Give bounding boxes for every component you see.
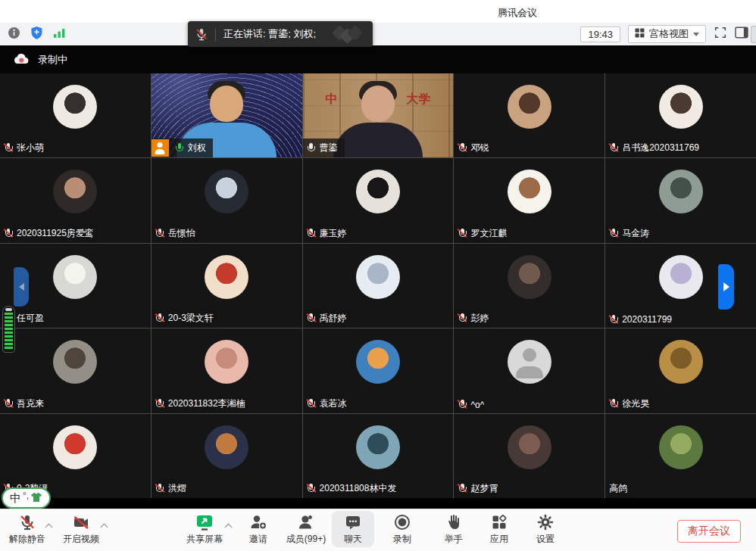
participant-tile[interactable]: 刘权 [152, 73, 302, 157]
chevron-down-icon [693, 33, 699, 36]
name-tag: 刘权 [152, 139, 213, 157]
ime-status-popup[interactable]: 中 °, [2, 487, 51, 509]
participant-name: 徐光昊 [622, 397, 649, 410]
mic-status-icon [155, 229, 164, 238]
participant-name: 吾克来 [17, 397, 44, 410]
settings-gear-icon [536, 513, 555, 531]
recording-bar: 录制中 [0, 45, 756, 73]
participant-grid: 张小萌 刘权 中大学 曹鎏 邓锐 [0, 73, 756, 498]
participant-tile[interactable]: 彭婷 [454, 244, 604, 328]
participant-name: 张小萌 [17, 142, 44, 154]
avatar [205, 255, 248, 299]
record-icon [393, 513, 411, 531]
participant-name: 任可盈 [17, 312, 44, 325]
avatar [53, 425, 97, 469]
settings-button[interactable]: 设置 [517, 513, 574, 546]
mic-status-icon [307, 399, 316, 409]
participant-tile[interactable]: 徐光昊 [605, 328, 756, 412]
mic-off-icon [18, 513, 36, 531]
name-tag: 岳憬怡 [152, 224, 202, 243]
participant-tile[interactable]: 0-2黎溍 [0, 414, 151, 498]
record-button[interactable]: 录制 [373, 513, 431, 546]
chat-label: 聊天 [344, 533, 362, 546]
speaking-toast: 正在讲话: 曹鎏; 刘权; [188, 21, 373, 47]
window-title: 腾讯会议 [498, 6, 537, 20]
participant-tile[interactable]: 赵梦霄 [454, 414, 604, 498]
name-tag: 张小萌 [0, 139, 51, 157]
ime-symbols: °, [23, 490, 29, 501]
participant-name: 2020311808林中发 [320, 482, 397, 495]
participant-tile[interactable]: 马金涛 [605, 158, 756, 242]
participant-tile[interactable]: 吕书逸2020311769 [605, 73, 756, 157]
avatar [508, 255, 551, 299]
participant-tile[interactable]: 2020311925房爱鸾 [0, 158, 151, 242]
name-tag: 20-3梁文轩 [152, 309, 220, 328]
participant-name: 曹鎏 [320, 142, 338, 154]
mic-status-icon [307, 143, 316, 153]
meeting-info-icon[interactable] [8, 26, 20, 42]
name-tag: 赵梦霄 [454, 479, 505, 498]
camera-off-icon [72, 513, 90, 531]
name-tag: 吕书逸2020311769 [605, 139, 706, 157]
chat-button[interactable]: 聊天 [332, 511, 374, 547]
name-tag: 罗文江麒 [454, 224, 514, 243]
mic-status-icon [4, 399, 13, 409]
members-label: 成员(99+) [286, 533, 326, 546]
participant-tile[interactable]: ^o^ [454, 328, 604, 412]
side-panel-button[interactable] [735, 26, 748, 42]
name-tag: 禹舒婷 [303, 309, 354, 328]
participant-tile[interactable]: 中大学 曹鎏 [303, 73, 454, 157]
participant-tile[interactable]: 张小萌 [0, 73, 151, 157]
apps-label: 应用 [490, 533, 508, 546]
participant-tile[interactable]: 2020311832李湘楠 [152, 328, 302, 412]
divider [215, 28, 216, 41]
mic-status-icon [307, 229, 316, 238]
mic-options-chevron[interactable] [45, 522, 53, 530]
leave-meeting-button[interactable]: 离开会议 [677, 520, 741, 543]
participant-name: 2020311832李湘楠 [168, 397, 245, 410]
name-tag: 2020311799 [605, 311, 679, 328]
next-page-button[interactable] [718, 264, 734, 310]
avatar [508, 85, 551, 129]
participant-tile[interactable]: 岳憬怡 [152, 158, 302, 242]
participant-tile[interactable]: 廉玉婷 [303, 158, 454, 242]
participant-tile[interactable]: 袁若冰 [303, 328, 454, 412]
view-mode-dropdown[interactable]: 宫格视图 [628, 25, 706, 43]
avatar [205, 425, 248, 469]
participant-tile[interactable]: 洪熠 [152, 414, 302, 498]
avatar [356, 425, 400, 469]
share-options-chevron[interactable] [225, 522, 233, 530]
mic-status-icon [458, 313, 467, 323]
mic-status-icon [609, 229, 618, 238]
participant-name: 赵梦霄 [470, 482, 498, 495]
security-shield-icon[interactable] [30, 26, 43, 42]
mic-status-icon [609, 399, 618, 409]
ime-mode-label: 中 [10, 491, 21, 506]
video-options-chevron[interactable] [101, 522, 108, 530]
fullscreen-button[interactable] [714, 26, 727, 42]
raise-hand-label: 举手 [445, 533, 463, 546]
participant-tile[interactable]: 20-3梁文轩 [152, 244, 302, 328]
participant-tile[interactable]: 2020311808林中发 [303, 414, 454, 498]
mic-status-icon [175, 143, 184, 153]
participant-name: 马金涛 [622, 227, 649, 240]
participant-name: 邓锐 [470, 142, 489, 154]
apps-icon [490, 513, 508, 531]
network-signal-icon[interactable] [53, 27, 66, 42]
avatar [659, 170, 703, 213]
participant-tile[interactable]: 邓锐 [454, 73, 604, 157]
name-tag: 2020311832李湘楠 [152, 394, 252, 413]
mic-status-icon [155, 313, 164, 323]
share-screen-label: 共享屏幕 [186, 533, 223, 546]
edge-widget[interactable] [751, 26, 756, 43]
prev-page-button[interactable] [14, 267, 29, 307]
participant-tile[interactable]: 罗文江麒 [454, 158, 604, 242]
participant-tile[interactable]: 吾克来 [0, 328, 151, 412]
participant-tile[interactable]: 高鸽 [605, 414, 756, 498]
participant-name: 岳憬怡 [168, 227, 195, 240]
mic-status-icon [307, 484, 316, 493]
participant-tile[interactable]: 禹舒婷 [303, 244, 454, 328]
avatar [205, 340, 248, 384]
speaking-now-text: 正在讲话: 曹鎏; 刘权; [223, 27, 316, 41]
members-button[interactable]: 成员(99+) [276, 513, 336, 546]
